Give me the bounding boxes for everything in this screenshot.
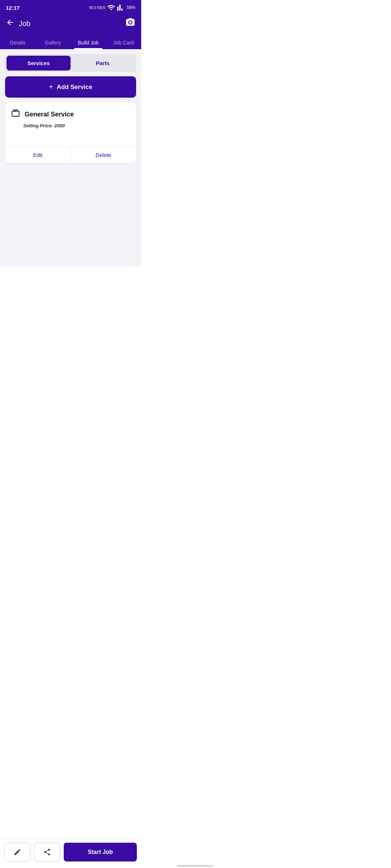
wifi-icon [107, 4, 115, 12]
add-service-button[interactable]: + Add Service [5, 76, 136, 98]
tab-bar: Details Gallery Build Job Job Card [0, 35, 141, 49]
network-speed: 90.0 KB/S [89, 6, 105, 10]
status-time: 12:17 [6, 5, 20, 11]
tab-gallery[interactable]: Gallery [35, 35, 71, 49]
service-card-actions: Edit Delete [5, 146, 136, 163]
services-toggle-button[interactable]: Services [7, 56, 71, 71]
status-icons: 90.0 KB/S 58% [89, 4, 135, 12]
edit-service-button[interactable]: Edit [5, 147, 71, 163]
tab-job-card[interactable]: Job Card [106, 35, 142, 49]
service-card: General Service Selling Price: 2000 Edit… [5, 103, 136, 163]
delete-service-button[interactable]: Delete [71, 147, 136, 163]
back-button[interactable] [6, 18, 14, 29]
status-bar: 12:17 90.0 KB/S 58% [0, 0, 141, 14]
services-parts-toggle: Services Parts [5, 54, 136, 72]
main-content: Services Parts + Add Service General Ser… [0, 49, 141, 266]
parts-toggle-button[interactable]: Parts [71, 56, 135, 71]
signal-icon [117, 4, 125, 12]
camera-button[interactable] [125, 17, 135, 30]
service-name: General Service [25, 111, 74, 118]
card-spacer [11, 130, 130, 141]
bottom-spacer [5, 163, 136, 185]
service-selling-price: Selling Price: 2000 [23, 123, 130, 128]
battery-text: 58% [127, 5, 135, 10]
app-bar: Job [0, 14, 141, 35]
service-card-body: General Service Selling Price: 2000 [5, 103, 136, 146]
page-title: Job [19, 20, 30, 28]
add-service-label: Add Service [57, 84, 92, 91]
plus-icon: + [49, 83, 53, 91]
tab-build-job[interactable]: Build Job [71, 35, 106, 49]
app-bar-left: Job [6, 18, 30, 29]
tab-details[interactable]: Details [0, 35, 35, 49]
service-header: General Service [11, 109, 130, 120]
briefcase-icon [11, 109, 20, 120]
